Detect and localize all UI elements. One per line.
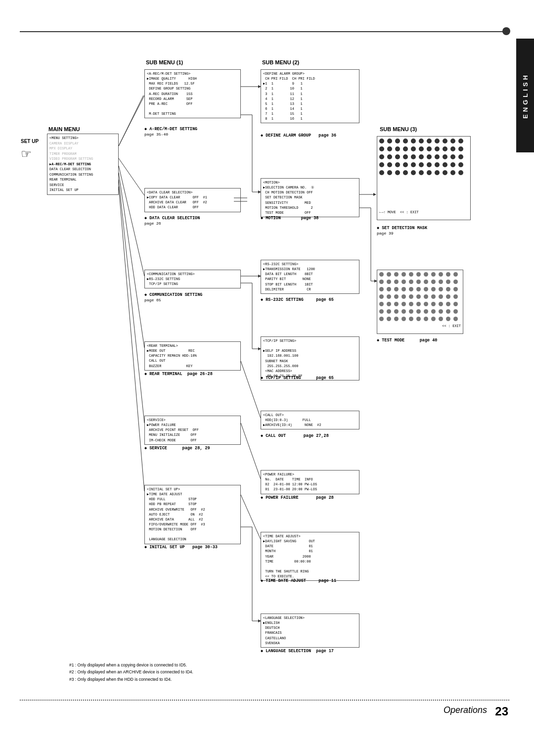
sub-menu-1-header: SUB MENU (1) bbox=[146, 59, 183, 65]
top-divider-line bbox=[20, 31, 508, 32]
service-label: ◆ SERVICE page 28, 29 bbox=[144, 445, 210, 451]
english-side-tab: ENGLISH bbox=[516, 39, 534, 152]
main-menu-box: <MENU SETTING> CAMERA DISPLAY MPX DISPLA… bbox=[47, 134, 119, 195]
setup-label: SET UP bbox=[21, 139, 39, 144]
arec-mdet-label: ◆ A-REC/M-DET SETTING bbox=[144, 126, 197, 132]
power-failure-label: ◆ POWER FAILURE page 28 bbox=[261, 495, 334, 500]
hand-icon: ☞ bbox=[22, 147, 31, 162]
language-box: <LANGUAGE SELECTION> ▶ENGLISH DEUTSCH FR… bbox=[261, 614, 359, 648]
svg-line-2 bbox=[119, 158, 144, 195]
data-clear-page: page 26 bbox=[144, 221, 161, 226]
set-detection-page: page 39 bbox=[377, 231, 394, 236]
data-clear-label: ◆ DATA CLEAR SELECTION bbox=[144, 215, 200, 221]
comm-page: page 65 bbox=[144, 298, 161, 302]
service-box: <SERVICE> ▶POWER FAILURE ARCHIVE POINT R… bbox=[144, 416, 241, 445]
time-date-box: <TIME DATE ADJUST> ▶DAYLIGHT SAVING OUT … bbox=[261, 532, 359, 581]
rear-terminal-box: <REAR TERMINAL> ▶MODE OUT REC CAPACITY R… bbox=[144, 341, 241, 371]
rear-terminal-label: ◆ REAR TERMINAL page 26-28 bbox=[144, 371, 213, 377]
call-out-label: ◆ CALL OUT page 27,28 bbox=[261, 433, 329, 438]
page-container: ENGLISH SET UP ☞ MAIN MENU <MENU SETTING… bbox=[0, 0, 534, 756]
svg-line-1 bbox=[119, 95, 144, 146]
main-menu-label: MAIN MENU bbox=[48, 126, 80, 132]
time-date-label: ◆ TIME DATE ADJUST page 11 bbox=[261, 578, 336, 583]
sub-menu-2-header: SUB MENU (2) bbox=[262, 59, 299, 65]
svg-line-5 bbox=[119, 180, 144, 423]
set-detection-mask-label: ◆ SET DETECTION MASK bbox=[377, 225, 427, 231]
footnote-1: #1 : Only displayed when a copying devic… bbox=[69, 662, 193, 668]
footnotes-container: #1 : Only displayed when a copying devic… bbox=[69, 662, 193, 683]
language-label: ◆ LANGUAGE SELECTION page 17 bbox=[261, 648, 334, 654]
comm-label: ◆ COMMUNICATION SETTING bbox=[144, 292, 202, 297]
svg-line-17 bbox=[241, 361, 261, 418]
comm-setting-box: <COMMUNICATION SETTING> ▶RS-232C SETTING… bbox=[144, 270, 241, 288]
tcpip-label: ◆ TCP/IP SETTING page 65 bbox=[261, 375, 334, 380]
svg-line-18 bbox=[241, 423, 261, 479]
rs232c-box: <RS-232C SETTING> ▶TRANSMISSION RATE 120… bbox=[261, 260, 359, 294]
svg-line-4 bbox=[119, 173, 144, 348]
call-out-box: <CALL OUT> HDD(ID:0-3) FULL ▶ARCHIVE(ID:… bbox=[261, 411, 359, 429]
tcpip-box: <TCP/IP SETTING> ▶SELF IP ADDRESS 192.16… bbox=[261, 336, 359, 380]
footnote-2: #2 : Only displayed when an ARCHIVE devi… bbox=[69, 668, 193, 675]
define-alarm-box: <DEFINE ALARM GROUP> CH PRI FILD CH PRI … bbox=[261, 69, 359, 123]
initial-setup-box: <INITIAL SET UP> ▶TIME DATE ADJUST HDD F… bbox=[144, 485, 241, 544]
rs232c-label: ◆ RS-232C SETTING page 65 bbox=[261, 297, 334, 302]
svg-line-6 bbox=[119, 187, 144, 491]
arec-mdet-box: <A-REC/M-DET SETTING> ▶IMAGE QUALITY HIG… bbox=[144, 69, 241, 118]
motion-label: ◆ MOTION page 38 bbox=[261, 215, 318, 221]
svg-line-19 bbox=[241, 495, 261, 539]
svg-line-3 bbox=[119, 166, 144, 276]
svg-line-0 bbox=[119, 95, 143, 146]
footnote-3: #3 : Only displayed when the HDD is conn… bbox=[69, 676, 193, 683]
data-clear-box: <DATA CLEAR SELECTION> ▶COPY DATA CLEAR … bbox=[144, 188, 241, 212]
define-alarm-label: ◆ DEFINE ALARM GROUP page 36 bbox=[261, 133, 336, 138]
power-failure-box: <POWER FAILURE> No. DATE TIME INFO 02 24… bbox=[261, 470, 359, 494]
english-tab-label: ENGLISH bbox=[522, 73, 529, 119]
test-mode-label: ◆ TEST MODE page 40 bbox=[377, 337, 437, 343]
initial-setup-label: ◆ INITIAL SET UP page 30-33 bbox=[144, 544, 218, 550]
detection-mask-grid: ←→↑ MOVE << : EXIT bbox=[377, 136, 471, 220]
arec-mdet-page: page 35-40 bbox=[144, 132, 168, 137]
page-number: 23 bbox=[495, 705, 508, 718]
motion-box: <MOTION> ▶SELECTION CAMERA NO. ① CH MOTI… bbox=[261, 178, 359, 217]
operations-label: Operations bbox=[444, 705, 487, 715]
test-mode-grid: << : EXIT bbox=[377, 270, 463, 334]
bottom-dotted-line bbox=[20, 700, 509, 701]
sub-menu-3-header: SUB MENU (3) bbox=[380, 126, 417, 132]
